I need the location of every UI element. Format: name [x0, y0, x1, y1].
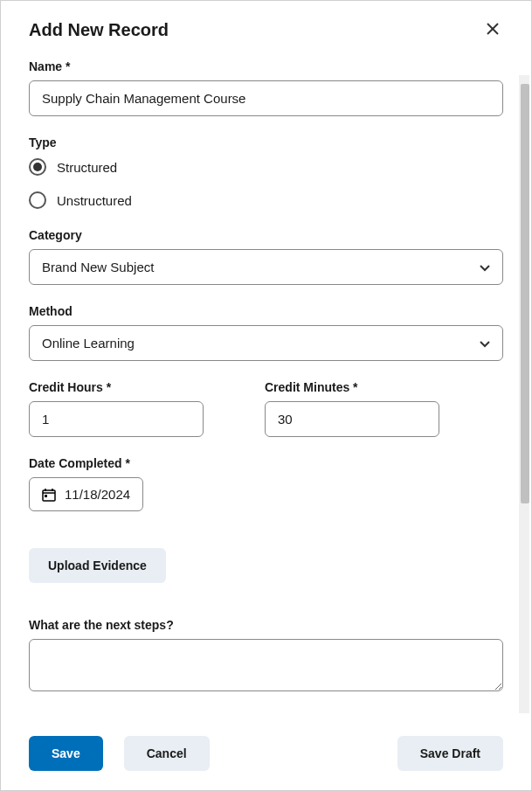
field-category: Category Brand New Subject — [29, 228, 503, 285]
field-method: Method Online Learning — [29, 304, 503, 361]
upload-evidence-button[interactable]: Upload Evidence — [29, 548, 166, 583]
field-credit-minutes: Credit Minutes * — [265, 380, 439, 437]
type-radio-group: Structured Unstructured — [29, 158, 503, 209]
close-icon — [486, 22, 500, 36]
cancel-button[interactable]: Cancel — [124, 736, 210, 771]
close-button[interactable] — [482, 18, 503, 42]
radio-icon — [29, 158, 46, 176]
radio-label-unstructured: Unstructured — [57, 193, 132, 208]
credit-hours-label: Credit Hours * — [29, 380, 204, 394]
modal-footer: Save Cancel Save Draft — [1, 719, 531, 790]
date-completed-label: Date Completed * — [29, 456, 503, 470]
modal-body: Name * Type Structured Unstructured Cate… — [1, 49, 531, 719]
field-credit-hours: Credit Hours * — [29, 380, 204, 437]
credit-hours-input[interactable] — [29, 401, 204, 437]
next-steps-input[interactable] — [29, 639, 503, 691]
radio-icon — [29, 191, 46, 209]
field-name: Name * — [29, 59, 503, 116]
calendar-icon — [42, 488, 56, 502]
svg-rect-6 — [45, 495, 47, 497]
save-draft-button[interactable]: Save Draft — [397, 736, 503, 771]
name-label: Name * — [29, 59, 503, 73]
modal-title: Add New Record — [29, 20, 169, 40]
radio-label-structured: Structured — [57, 160, 117, 175]
method-label: Method — [29, 304, 503, 318]
field-date-completed: Date Completed * 11/18/2024 — [29, 456, 503, 511]
field-type: Type Structured Unstructured — [29, 135, 503, 209]
radio-structured[interactable]: Structured — [29, 158, 503, 176]
add-record-modal: Add New Record Name * Type Structured — [0, 0, 532, 791]
next-steps-label: What are the next steps? — [29, 618, 503, 632]
radio-unstructured[interactable]: Unstructured — [29, 191, 503, 209]
category-select[interactable]: Brand New Subject — [29, 249, 503, 285]
category-select-wrapper: Brand New Subject — [29, 249, 503, 285]
save-button[interactable]: Save — [29, 736, 103, 771]
credit-minutes-label: Credit Minutes * — [265, 380, 439, 394]
spacer — [29, 583, 503, 618]
date-value: 11/18/2024 — [65, 487, 130, 502]
method-select[interactable]: Online Learning — [29, 325, 503, 361]
modal-header: Add New Record — [1, 1, 531, 49]
date-completed-input[interactable]: 11/18/2024 — [29, 477, 143, 511]
name-input[interactable] — [29, 80, 503, 116]
category-label: Category — [29, 228, 503, 242]
field-next-steps: What are the next steps? — [29, 618, 503, 695]
method-select-wrapper: Online Learning — [29, 325, 503, 361]
credit-minutes-input[interactable] — [265, 401, 439, 437]
field-credit-row: Credit Hours * Credit Minutes * — [29, 380, 503, 437]
type-label: Type — [29, 135, 503, 149]
